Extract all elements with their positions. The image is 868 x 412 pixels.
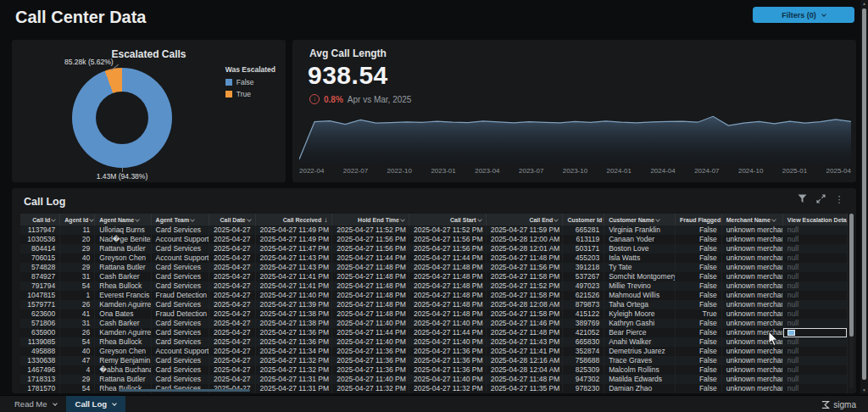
table-cell[interactable]: Card Services [151, 225, 209, 235]
table-cell[interactable]: 613119 [563, 235, 604, 244]
table-cell[interactable]: 1139085 [20, 337, 60, 347]
table-cell[interactable]: 804414 [20, 244, 60, 253]
table-cell[interactable]: 1467496 [20, 365, 60, 375]
table-cell[interactable]: 2025-04-27 11:48 PM [486, 253, 563, 263]
table-cell[interactable]: null [782, 263, 847, 272]
table-cell[interactable]: unknown merchant [721, 263, 782, 272]
table-cell[interactable]: 2025-04-27 11:58 PM [486, 309, 563, 319]
table-cell[interactable]: Malcolm Rollins [604, 365, 676, 375]
table-cell[interactable]: Card Services [151, 328, 209, 337]
column-header-fraud-flagged[interactable]: Fraud Flagged [676, 214, 722, 225]
table-cell[interactable]: 2025-04-27 [209, 300, 255, 309]
table-cell[interactable]: False [676, 375, 722, 384]
table-cell[interactable]: 825309 [563, 365, 604, 375]
page-scrollbar[interactable]: ▲ ▼ [860, 0, 868, 393]
column-header-merchant-name[interactable]: Merchant Name [721, 214, 782, 225]
table-cell[interactable]: Boston Love [604, 244, 676, 253]
table-cell[interactable]: 2025-04-27 11:47 PM [255, 244, 332, 253]
table-cell[interactable]: Card Services [151, 300, 209, 309]
table-cell[interactable]: 791794 [20, 281, 60, 291]
table-cell[interactable]: 706015 [20, 253, 60, 263]
scroll-up-arrow-icon[interactable]: ▲ [860, 1, 868, 6]
table-cell[interactable]: 2025-04-27 11:56 PM [409, 244, 486, 253]
table-cell[interactable]: False [676, 347, 722, 356]
table-horizontal-scrollbar-thumb[interactable] [119, 389, 250, 392]
table-cell[interactable]: Kyleigh Moore [604, 309, 676, 319]
table-cell[interactable]: 2025-04-27 11:31 PM [255, 375, 332, 384]
table-cell[interactable]: Nad�ge Benitez [95, 235, 151, 244]
table-cell[interactable]: 2025-04-28 12:00 AM [486, 235, 563, 244]
table-cell[interactable]: False [676, 356, 722, 365]
table-cell[interactable]: 2025-04-27 11:38 PM [255, 309, 332, 319]
table-cell[interactable]: Card Services [151, 365, 209, 375]
table-cell[interactable]: unknown merchant [721, 244, 782, 253]
table-cell[interactable]: Ona Bates [95, 309, 151, 319]
table-cell[interactable]: null [782, 319, 847, 328]
table-cell[interactable]: 2025-04-27 11:48 PM [409, 263, 486, 272]
table-cell[interactable]: 2025-04-27 11:32 PM [409, 384, 486, 393]
table-cell[interactable]: 2025-04-27 11:43 PM [255, 263, 332, 272]
table-cell[interactable]: 2025-04-27 11:58 PM [486, 272, 563, 281]
table-cell[interactable]: 54 [60, 337, 95, 347]
column-header-hold-end-time[interactable]: Hold End Time [332, 214, 409, 225]
table-cell[interactable]: 31 [60, 272, 95, 281]
table-cell[interactable]: Kamden Aguirre [95, 328, 151, 337]
table-cell[interactable]: 2025-04-27 [209, 365, 255, 375]
legend-item-true[interactable]: True [225, 90, 275, 98]
table-cell[interactable]: null [782, 253, 847, 263]
table-cell[interactable]: 2025-04-27 11:40 PM [332, 319, 409, 328]
table-cell[interactable]: 758688 [563, 356, 604, 365]
table-cell[interactable]: Bear Pierce [604, 328, 676, 337]
table-cell[interactable]: 2025-04-27 11:48 PM [409, 309, 486, 319]
table-cell[interactable]: 2025-04-27 11:56 PM [486, 263, 563, 272]
table-cell[interactable]: 20 [60, 235, 95, 244]
table-cell[interactable]: Rattana Butler [95, 244, 151, 253]
table-cell[interactable]: 2025-04-27 11:36 PM [332, 356, 409, 365]
table-cell[interactable]: 29 [60, 375, 95, 384]
table-cell[interactable]: unknown merchant [721, 309, 782, 319]
table-cell[interactable]: Everest Francis [95, 291, 151, 300]
table-cell[interactable]: null [782, 291, 847, 300]
table-cell[interactable]: Account Support [151, 235, 209, 244]
table-cell[interactable]: 2025-04-27 11:40 PM [255, 291, 332, 300]
table-cell[interactable]: 2025-04-27 11:52 PM [332, 225, 409, 235]
table-cell[interactable]: 635900 [20, 328, 60, 337]
table-cell[interactable]: Kamden Aguirre [95, 300, 151, 309]
table-cell[interactable]: 2025-04-27 [209, 235, 255, 244]
table-cell[interactable]: 2025-04-27 [209, 328, 255, 337]
tab-read-me[interactable]: Read Me [5, 396, 66, 412]
table-cell[interactable]: 2025-04-27 11:31 PM [255, 384, 332, 393]
table-cell[interactable]: Card Services [151, 281, 209, 291]
table-cell[interactable]: Mahmoud Willis [604, 291, 676, 300]
table-cell[interactable]: 2025-04-27 11:48 PM [332, 309, 409, 319]
table-cell[interactable]: 29 [60, 244, 95, 253]
table-cell[interactable]: 1579771 [20, 300, 60, 309]
table-cell[interactable]: 2025-04-27 11:39 PM [255, 300, 332, 309]
table-cell[interactable]: 2025-04-27 11:48 PM [409, 281, 486, 291]
table-cell[interactable]: False [676, 300, 722, 309]
table-cell[interactable]: 2025-04-27 [209, 319, 255, 328]
table-cell[interactable]: unknown merchant [721, 253, 782, 263]
table-cell[interactable]: Somchit Montgomery [604, 272, 676, 281]
escalated-calls-donut-chart[interactable] [72, 68, 172, 168]
table-cell[interactable]: 2025-04-27 [209, 309, 255, 319]
table-vertical-scrollbar-thumb[interactable] [849, 214, 854, 337]
table-cell[interactable]: 2025-04-27 11:41 PM [486, 347, 563, 356]
table-cell[interactable]: 2025-04-27 11:49 PM [255, 225, 332, 235]
table-cell[interactable]: 1 [60, 291, 95, 300]
table-cell[interactable]: 2025-04-27 11:36 PM [332, 347, 409, 356]
table-cell[interactable]: 40 [60, 347, 95, 356]
table-cell[interactable]: 54 [60, 384, 95, 393]
table-cell[interactable]: Kathryn Gashi [604, 319, 676, 328]
table-cell[interactable]: null [782, 300, 847, 309]
column-header-customer-id[interactable]: Customer Id [563, 214, 604, 225]
table-cell[interactable]: Taha Ortega [604, 300, 676, 309]
tab-call-log[interactable]: Call Log [66, 396, 125, 412]
table-cell[interactable]: 2025-04-27 11:32 PM [332, 384, 409, 393]
table-cell[interactable]: 2025-04-27 11:59 PM [486, 225, 563, 235]
page-scrollbar-thumb[interactable] [862, 8, 866, 380]
avg-call-length-area-chart[interactable] [299, 108, 851, 164]
table-cell[interactable]: Matilda Edwards [604, 375, 676, 384]
table-cell[interactable]: Rattana Butler [95, 375, 151, 384]
table-cell[interactable]: unknown merchant [721, 328, 782, 337]
